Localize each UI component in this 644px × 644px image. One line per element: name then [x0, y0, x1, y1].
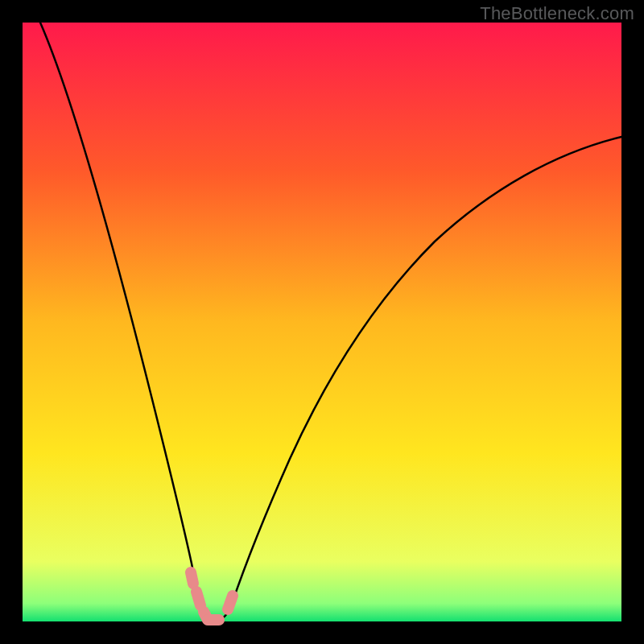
svg-line-1: [196, 592, 200, 605]
bottleneck-chart: [0, 0, 644, 644]
watermark-text: TheBottleneck.com: [480, 3, 634, 24]
chart-container: TheBottleneck.com: [0, 0, 644, 644]
plot-area: [23, 23, 621, 621]
svg-line-0: [191, 572, 193, 584]
svg-line-4: [228, 596, 233, 609]
